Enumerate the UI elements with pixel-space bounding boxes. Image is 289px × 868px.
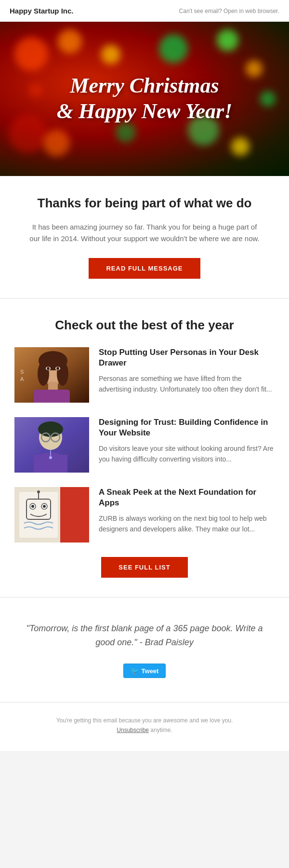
article-excerpt-foundation: ZURB is always working on the next big t… (99, 513, 275, 535)
footer-message: You're getting this email because you ar… (19, 717, 270, 724)
article-thumbnail-foundation (14, 487, 89, 542)
see-full-list-button[interactable]: SEE FULL LIST (101, 557, 187, 578)
article-content-foundation: A Sneak Peek at the Next Foundation for … (99, 487, 275, 535)
svg-point-32 (31, 505, 34, 508)
svg-point-33 (43, 505, 46, 508)
svg-point-11 (47, 367, 50, 370)
best-of-section: Check out the best of the year (0, 298, 289, 597)
article-content-trust: Designing for Trust: Building Confidence… (99, 417, 275, 465)
svg-rect-27 (60, 487, 89, 542)
article-item: S A Stop Putting User Personas in Your D… (14, 347, 275, 403)
browser-link: Can't see email? Open in web browser. (179, 8, 279, 14)
email-header: Happy Startup Inc. Can't see email? Open… (0, 0, 289, 22)
footer-unsubscribe-line: Unsubscribe anytime. (19, 727, 270, 733)
article-excerpt-personas: Personas are something we have lifted fr… (99, 373, 275, 395)
personas-image: S A (14, 347, 89, 403)
unsubscribe-suffix: anytime. (149, 727, 172, 733)
best-of-heading: Check out the best of the year (14, 318, 275, 333)
foundation-image (14, 487, 89, 542)
svg-point-35 (37, 490, 40, 493)
thank-you-section: Thanks for being part of what we do It h… (0, 176, 289, 298)
article-item: Designing for Trust: Building Confidence… (14, 417, 275, 473)
trust-image (14, 417, 89, 473)
unsubscribe-link[interactable]: Unsubscribe (117, 727, 149, 733)
svg-text:A: A (20, 376, 24, 382)
svg-point-5 (38, 362, 49, 386)
read-full-message-button[interactable]: READ FULL MESSAGE (89, 258, 200, 279)
thank-you-heading: Thanks for being part of what we do (29, 195, 260, 212)
thank-you-body: It has been amazing journey so far. Than… (29, 221, 260, 244)
article-item: A Sneak Peek at the Next Foundation for … (14, 487, 275, 542)
tweet-button[interactable]: 🐦 Tweet (123, 664, 166, 678)
twitter-bird-icon: 🐦 (131, 667, 139, 675)
quote-text: "Tomorrow, is the first blank page of a … (19, 622, 270, 650)
svg-point-12 (56, 367, 59, 370)
svg-point-25 (49, 456, 52, 459)
article-thumbnail-trust (14, 417, 89, 473)
article-title-personas: Stop Putting User Personas in Your Desk … (99, 347, 275, 368)
article-excerpt-trust: Do visitors leave your site without look… (99, 443, 275, 465)
svg-rect-8 (34, 390, 70, 403)
hero-section: Merry Christmas & Happy New Year! (0, 22, 289, 176)
quote-section: "Tomorrow, is the first blank page of a … (0, 597, 289, 703)
email-footer: You're getting this email because you ar… (0, 702, 289, 751)
svg-point-6 (57, 362, 68, 386)
article-title-foundation: A Sneak Peek at the Next Foundation for … (99, 487, 275, 508)
tweet-label: Tweet (142, 667, 159, 675)
article-thumbnail-personas: S A (14, 347, 89, 403)
brand-name: Happy Startup Inc. (10, 7, 74, 15)
svg-text:S: S (20, 369, 24, 375)
hero-text: Merry Christmas & Happy New Year! (57, 73, 233, 124)
email-wrapper: Happy Startup Inc. Can't see email? Open… (0, 0, 289, 751)
see-full-list-wrapper: SEE FULL LIST (14, 557, 275, 578)
article-title-trust: Designing for Trust: Building Confidence… (99, 417, 275, 438)
article-content-personas: Stop Putting User Personas in Your Desk … (99, 347, 275, 395)
